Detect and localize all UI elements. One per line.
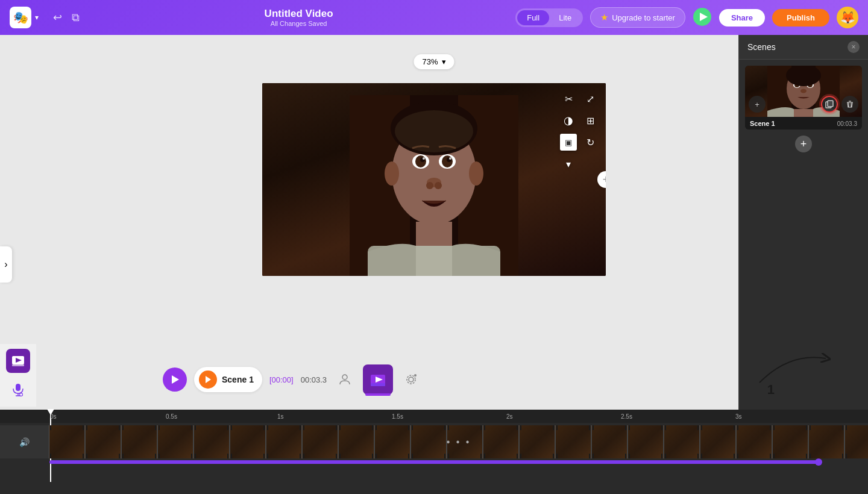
split-tool-icon[interactable]: ⊞ bbox=[582, 112, 599, 129]
video-placeholder: ✂ ⤢ ◑ ⊞ ▣ ↻ ▾ + bbox=[262, 83, 606, 276]
track-controls[interactable]: 🔊 bbox=[0, 425, 49, 458]
scene-card-name: Scene 1 bbox=[750, 120, 775, 127]
contrast-tool-icon[interactable]: ◑ bbox=[560, 112, 577, 129]
rotate-tool-icon[interactable]: ↻ bbox=[582, 134, 599, 151]
timeline-ruler: 0s 0.5s 1s 1.5s 2s 2.5s 3s bbox=[0, 410, 868, 423]
add-scene-plus-button[interactable]: + bbox=[597, 171, 606, 188]
zoom-chevron-icon: ▾ bbox=[442, 57, 446, 66]
scene-add-button[interactable]: + bbox=[749, 96, 766, 113]
scene-play-button[interactable] bbox=[199, 370, 217, 389]
logo-icon[interactable]: 🎭 bbox=[10, 7, 31, 28]
logo-chevron-icon[interactable]: ▾ bbox=[35, 13, 39, 22]
video-canvas: ✂ ⤢ ◑ ⊞ ▣ ↻ ▾ + bbox=[262, 83, 606, 276]
scene-time-duration: 00:03.3 bbox=[301, 375, 327, 384]
toolbar-row-1: ✂ ⤢ bbox=[560, 90, 599, 107]
svg-point-23 bbox=[395, 110, 473, 152]
scene-card-time: 00:03.3 bbox=[837, 120, 857, 127]
svg-rect-35 bbox=[12, 364, 24, 366]
ruler-mark-25s: 2.5s bbox=[621, 413, 632, 420]
track-content[interactable]: • • • bbox=[49, 425, 868, 458]
scenes-panel: Scenes × bbox=[738, 35, 868, 410]
svg-point-17 bbox=[385, 161, 399, 186]
toolbar-row-2: ◑ ⊞ bbox=[560, 112, 599, 129]
header-center: Untitled Video All Changes Saved bbox=[89, 8, 508, 27]
scenes-panel-title: Scenes bbox=[747, 42, 776, 52]
microphone-button[interactable] bbox=[6, 378, 30, 402]
play-all-button[interactable] bbox=[163, 367, 187, 392]
timeline-area: - Zoom + 0s 0.5s 1s 1.5s 2s 2.5s 3s 🔊 • bbox=[0, 410, 868, 494]
camera-button[interactable] bbox=[400, 369, 422, 390]
video-library-button[interactable] bbox=[6, 349, 30, 373]
face-silhouette bbox=[350, 95, 518, 276]
toolbar-row-3: ▣ ↻ bbox=[560, 134, 599, 151]
left-sidebar-toggle[interactable]: › bbox=[0, 246, 12, 283]
svg-point-26 bbox=[342, 375, 347, 380]
ruler-mark-1s: 1s bbox=[277, 413, 284, 420]
full-mode-button[interactable]: Full bbox=[517, 10, 549, 25]
more-tools-icon[interactable]: ▾ bbox=[560, 155, 577, 172]
duplicate-button[interactable]: ⧉ bbox=[69, 9, 82, 27]
ruler-mark-05s: 0.5s bbox=[166, 413, 177, 420]
svg-point-18 bbox=[469, 161, 483, 186]
svg-marker-24 bbox=[172, 375, 179, 384]
svg-point-30 bbox=[409, 377, 414, 382]
scenes-panel-header: Scenes × bbox=[739, 35, 868, 60]
scene-card: Scene 1 00:03.3 + bbox=[745, 66, 862, 130]
lite-mode-button[interactable]: Lite bbox=[549, 10, 581, 25]
save-status: All Changes Saved bbox=[271, 20, 327, 27]
zoom-level: 73% bbox=[422, 57, 438, 66]
color-tool-icon[interactable]: ▣ bbox=[560, 134, 577, 151]
add-scene-bottom: + bbox=[745, 136, 862, 152]
ruler-mark-3s: 3s bbox=[735, 413, 742, 420]
svg-point-59 bbox=[800, 89, 807, 93]
toolbar-row-4: ▾ bbox=[560, 155, 599, 172]
progress-thumb bbox=[815, 458, 822, 466]
svg-rect-29 bbox=[371, 383, 385, 386]
chevron-right-icon: › bbox=[4, 259, 7, 270]
svg-rect-63 bbox=[828, 101, 833, 107]
timeline-track: 🔊 • • • bbox=[0, 425, 868, 458]
add-new-scene-button[interactable]: + bbox=[795, 136, 812, 152]
zoom-control[interactable]: 73% ▾ bbox=[414, 54, 454, 69]
avatar-button[interactable] bbox=[334, 369, 356, 390]
svg-point-32 bbox=[414, 374, 417, 377]
scene-controls: Scene 1 [00:00] 00:03.3 bbox=[163, 364, 705, 395]
star-icon: ★ bbox=[600, 12, 608, 23]
scenes-panel-close-button[interactable]: × bbox=[848, 41, 860, 53]
ruler-mark-2s: 2s bbox=[506, 413, 513, 420]
header: 🎭 ▾ ↩ ⧉ Untitled Video All Changes Saved… bbox=[0, 0, 868, 35]
undo-button[interactable]: ↩ bbox=[51, 8, 64, 27]
scene-duplicate-button[interactable] bbox=[821, 96, 838, 113]
publish-button[interactable]: Publish bbox=[772, 9, 829, 27]
video-toolbar: ✂ ⤢ ◑ ⊞ ▣ ↻ ▾ bbox=[560, 90, 599, 172]
main-area: › 73% ▾ bbox=[0, 35, 868, 494]
timeline-progress[interactable] bbox=[49, 460, 819, 464]
volume-icon: 🔊 bbox=[19, 437, 30, 447]
full-lite-toggle: Full Lite bbox=[515, 8, 583, 27]
upgrade-button[interactable]: ★ Upgrade to starter bbox=[590, 7, 685, 28]
logo-area: 🎭 ▾ bbox=[10, 7, 39, 28]
video-title: Untitled Video bbox=[265, 8, 333, 20]
scene-card-info: Scene 1 00:03.3 bbox=[745, 117, 862, 130]
svg-point-12 bbox=[423, 157, 425, 160]
svg-point-9 bbox=[442, 155, 453, 167]
svg-rect-36 bbox=[16, 384, 20, 391]
scene-name-label: Scene 1 bbox=[222, 375, 254, 384]
user-avatar[interactable]: 🦊 bbox=[837, 7, 858, 28]
svg-point-13 bbox=[449, 157, 451, 160]
move-tool-icon[interactable]: ⤢ bbox=[582, 90, 599, 107]
cut-tool-icon[interactable]: ✂ bbox=[560, 90, 577, 107]
share-button[interactable]: Share bbox=[719, 9, 765, 27]
left-bottom-icons bbox=[0, 344, 36, 407]
svg-rect-21 bbox=[416, 246, 452, 276]
scene-delete-button[interactable] bbox=[841, 96, 858, 113]
svg-point-8 bbox=[415, 155, 426, 167]
track-dots: • • • bbox=[447, 437, 471, 448]
preview-play-button[interactable] bbox=[693, 7, 712, 28]
ruler-mark-15s: 1.5s bbox=[392, 413, 403, 420]
svg-point-16 bbox=[435, 182, 442, 189]
scene-pill: Scene 1 bbox=[194, 367, 262, 392]
header-left-actions: ↩ ⧉ bbox=[51, 8, 82, 27]
svg-point-15 bbox=[426, 182, 433, 189]
media-button[interactable] bbox=[363, 364, 393, 395]
